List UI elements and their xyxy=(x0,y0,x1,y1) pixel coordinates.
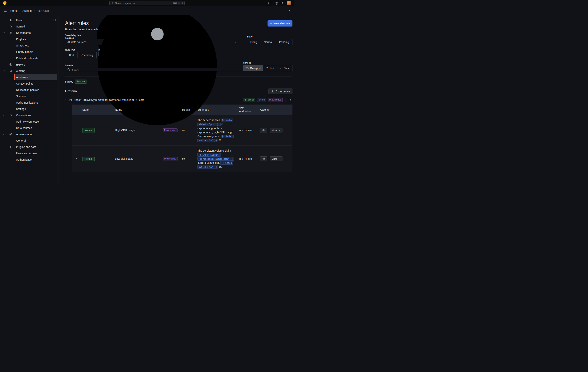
sidebar-item-plugins-and-data[interactable]: Plugins and data xyxy=(0,144,59,150)
eye-icon xyxy=(262,157,265,160)
view-option-state[interactable]: State xyxy=(276,65,292,71)
chevron-down-icon xyxy=(278,129,281,131)
group-provisioned-badge: Provisioned xyxy=(268,98,283,102)
sidebar-item-authentication[interactable]: Authentication xyxy=(14,156,57,163)
chevron-up-icon xyxy=(288,10,291,12)
list-icon xyxy=(266,67,269,70)
sidebar-item-silences[interactable]: Silences xyxy=(14,93,57,99)
rules-count: 5 rules xyxy=(65,80,73,83)
template-code: {{ index $labels "persistentvolumeclaim"… xyxy=(198,153,234,161)
main-content: Alert rules Rules that determine whether… xyxy=(59,15,294,186)
search-filter: Search xyxy=(65,64,241,71)
sidebar-item-data-sources[interactable]: Data sources xyxy=(14,125,57,131)
view-rule-button[interactable] xyxy=(260,128,267,133)
sidebar-item-public-dashboards[interactable]: Public dashboards xyxy=(14,55,57,61)
sidebar-item-general[interactable]: General xyxy=(0,137,59,144)
normal-count-badge: 5 normal xyxy=(75,79,87,84)
news-button[interactable] xyxy=(281,1,284,5)
global-search-input[interactable] xyxy=(115,2,172,5)
chevron-right-icon[interactable] xyxy=(9,146,13,148)
star-icon xyxy=(9,25,12,28)
add-menu-button[interactable]: + xyxy=(268,1,272,5)
rss-icon xyxy=(281,1,284,5)
sidebar: Home Starred Dashboards Playlists Snapsh… xyxy=(0,15,59,186)
sidebar-item-starred[interactable]: Starred xyxy=(0,23,59,30)
provisioned-badge: Provisioned xyxy=(163,128,178,132)
sidebar-item-notification-policies[interactable]: Notification policies xyxy=(14,87,57,93)
sidebar-item-users-and-access[interactable]: Users and access xyxy=(0,150,59,156)
chevron-down-icon[interactable] xyxy=(1,70,6,72)
view-option-list[interactable]: List xyxy=(263,65,277,71)
sidebar-item-explore[interactable]: Explore xyxy=(0,61,59,68)
provisioned-badge: Provisioned xyxy=(163,157,178,161)
chevron-right-icon[interactable] xyxy=(9,152,13,154)
view-option-grouped[interactable]: Grouped xyxy=(243,65,263,71)
chevron-right-icon[interactable] xyxy=(1,25,6,28)
sidebar-item-connections[interactable]: Connections xyxy=(0,112,59,118)
state-option-normal[interactable]: Normal xyxy=(260,39,276,45)
collapse-bar-button[interactable] xyxy=(288,10,291,12)
export-group-button[interactable] xyxy=(289,98,293,102)
state-badge: Normal xyxy=(82,157,94,161)
view-rule-button[interactable] xyxy=(260,156,267,161)
breadcrumb: Home Alerting Alert rules xyxy=(10,9,49,12)
divider xyxy=(285,98,286,102)
breadcrumb-home[interactable]: Home xyxy=(10,9,18,12)
keyboard-shortcut: ⌨ ⌘+k xyxy=(173,2,183,4)
sidebar-item-alerting[interactable]: Alerting xyxy=(0,68,59,74)
sidebar-item-active-notifications[interactable]: Active notifications xyxy=(14,99,57,106)
more-actions-button[interactable]: More xyxy=(270,156,283,161)
chevron-down-icon xyxy=(278,158,281,160)
menu-toggle-button[interactable] xyxy=(3,9,8,13)
chevron-down-icon[interactable] xyxy=(1,133,6,135)
dock-menu-button[interactable] xyxy=(53,19,56,22)
table-row: Normal Low disk space Provisioned ok The… xyxy=(72,146,293,172)
sidebar-item-add-new-connection[interactable]: Add new connection xyxy=(14,118,57,125)
sidebar-item-library-panels[interactable]: Library panels xyxy=(14,49,57,55)
expand-row-button[interactable] xyxy=(75,157,77,160)
group-name: Nhost - kulsvznyythuwxqeifpr (Grafana Ev… xyxy=(74,98,134,101)
chevron-right-icon xyxy=(19,10,21,12)
shortcut-label: ⌘+k xyxy=(178,2,183,4)
more-actions-button[interactable]: More xyxy=(270,128,283,133)
sidebar-item-home[interactable]: Home xyxy=(0,17,59,23)
chevron-right-icon[interactable] xyxy=(1,63,6,66)
group-interval-badge: 5m xyxy=(257,98,266,102)
sidebar-item-dashboards[interactable]: Dashboards xyxy=(0,30,59,36)
state-option-firing[interactable]: Firing xyxy=(247,39,260,45)
rule-name[interactable]: Low disk space xyxy=(115,157,133,161)
grafana-logo-icon[interactable] xyxy=(3,1,7,5)
chevron-right-icon xyxy=(33,10,35,12)
state-option-pending[interactable]: Pending xyxy=(276,39,292,45)
user-avatar[interactable] xyxy=(287,1,291,5)
rules-search-input[interactable] xyxy=(72,68,239,71)
clock-icon xyxy=(259,99,261,101)
chevron-down-icon[interactable] xyxy=(1,32,6,34)
plug-icon xyxy=(9,114,12,117)
dashboards-grid-icon xyxy=(9,31,12,34)
breadcrumb-alerting[interactable]: Alerting xyxy=(22,9,32,12)
sidebar-item-playlists[interactable]: Playlists xyxy=(14,36,57,42)
global-search[interactable]: ⌨ ⌘+k xyxy=(109,1,185,5)
chevron-right-icon[interactable] xyxy=(9,140,13,142)
sidebar-item-snapshots[interactable]: Snapshots xyxy=(14,42,57,49)
sidebar-item-alert-rules[interactable]: Alert rules xyxy=(14,74,57,80)
chevron-down-icon[interactable] xyxy=(1,114,6,116)
folder-icon xyxy=(246,67,249,70)
plus-icon: + xyxy=(268,1,269,5)
group-normal-badge: 5 normal xyxy=(243,98,255,102)
new-alert-rule-button[interactable]: + New alert rule xyxy=(268,20,293,26)
gear-icon xyxy=(9,133,12,136)
download-icon xyxy=(289,98,292,101)
rule-name[interactable]: High CPU usage xyxy=(115,128,135,132)
filters: Search by data sources All data sources … xyxy=(65,35,293,71)
expand-row-button[interactable] xyxy=(75,129,77,131)
sidebar-item-settings[interactable]: Settings xyxy=(14,106,57,112)
sidebar-item-administration[interactable]: Administration xyxy=(0,131,59,137)
collapse-group-button[interactable] xyxy=(65,99,67,101)
sidebar-item-contact-points[interactable]: Contact points xyxy=(14,80,57,87)
export-rules-button[interactable]: Export rules xyxy=(268,88,293,94)
keyboard-icon: ⌨ xyxy=(173,2,177,4)
top-bar: ⌨ ⌘+k + ? xyxy=(0,0,294,6)
help-button[interactable]: ? xyxy=(275,2,278,5)
